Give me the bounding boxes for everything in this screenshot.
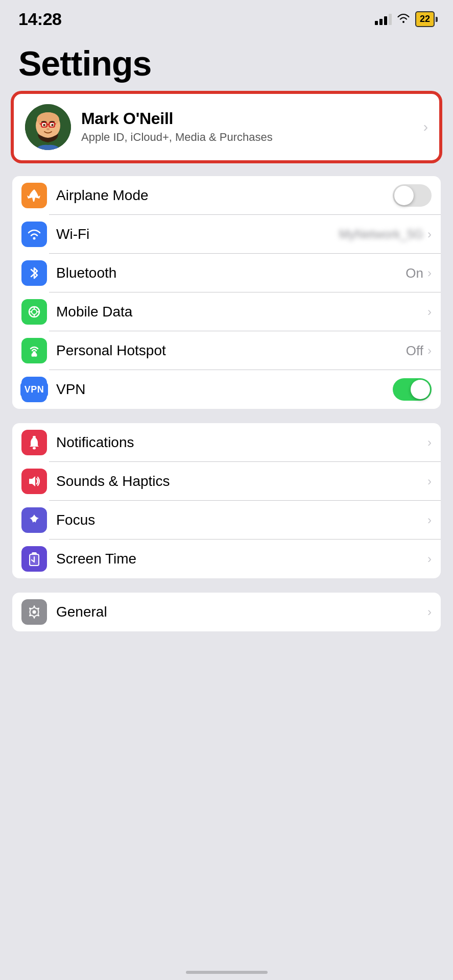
status-time: 14:28: [18, 9, 61, 29]
personal-hotspot-icon: [21, 338, 47, 363]
svg-point-15: [32, 309, 37, 314]
general-chevron: ›: [427, 605, 432, 619]
sounds-haptics-label: Sounds & Haptics: [47, 473, 427, 489]
svg-point-6: [51, 124, 53, 126]
airplane-mode-label: Airplane Mode: [47, 187, 393, 204]
screen-time-icon: [21, 546, 47, 572]
wifi-row-icon: [21, 222, 47, 247]
page-title: Settings: [18, 43, 435, 83]
mobile-data-label: Mobile Data: [47, 304, 427, 320]
svg-rect-21: [33, 436, 36, 438]
bluetooth-icon: [21, 260, 47, 286]
battery-level: 22: [420, 14, 430, 24]
svg-point-5: [43, 124, 45, 126]
system-settings-group: Notifications › Sounds & Haptics › Focus…: [12, 423, 441, 578]
status-bar: 14:28 22: [0, 0, 453, 33]
general-row[interactable]: General ›: [12, 593, 441, 631]
notifications-label: Notifications: [47, 434, 427, 451]
signal-icon: [375, 14, 392, 25]
sounds-haptics-icon: [21, 469, 47, 494]
vpn-label: VPN: [47, 381, 393, 398]
focus-chevron: ›: [427, 513, 432, 527]
page-title-section: Settings: [0, 33, 453, 92]
svg-marker-23: [29, 476, 35, 486]
svg-point-13: [33, 237, 36, 240]
svg-point-22: [33, 447, 36, 450]
wifi-chevron: ›: [427, 227, 432, 241]
bluetooth-row[interactable]: Bluetooth On ›: [12, 254, 441, 292]
wifi-row[interactable]: Wi-Fi MyNetwork_5G ›: [12, 215, 441, 254]
focus-icon: [21, 507, 47, 533]
airplane-mode-toggle[interactable]: [393, 184, 432, 207]
mobile-data-chevron: ›: [427, 305, 432, 319]
personal-hotspot-value: Off: [406, 343, 423, 359]
network-settings-group: Airplane Mode Wi-Fi MyNetwork_5G › Bluet…: [12, 176, 441, 409]
airplane-mode-row[interactable]: Airplane Mode: [12, 176, 441, 215]
mobile-data-icon: [21, 299, 47, 325]
screen-time-chevron: ›: [427, 552, 432, 566]
vpn-knob: [411, 380, 430, 399]
personal-hotspot-row[interactable]: Personal Hotspot Off ›: [12, 331, 441, 370]
general-settings-group: General ›: [12, 593, 441, 631]
vpn-label-box: VPN: [20, 382, 49, 397]
screen-time-row[interactable]: Screen Time ›: [12, 540, 441, 578]
general-icon: [21, 599, 47, 625]
bluetooth-chevron: ›: [427, 266, 432, 280]
profile-info: Mark O'Neill Apple ID, iCloud+, Media & …: [71, 109, 418, 145]
airplane-mode-knob: [394, 186, 414, 205]
avatar: [25, 104, 71, 150]
vpn-toggle[interactable]: [393, 378, 432, 401]
general-label: General: [47, 604, 427, 620]
mobile-data-row[interactable]: Mobile Data ›: [12, 292, 441, 331]
personal-hotspot-label: Personal Hotspot: [47, 342, 406, 359]
avatar-image: [25, 104, 71, 150]
bluetooth-value: On: [406, 265, 423, 281]
svg-point-12: [46, 128, 50, 130]
focus-label: Focus: [47, 512, 427, 528]
status-icons: 22: [375, 11, 435, 27]
vpn-row[interactable]: VPN VPN: [12, 370, 441, 409]
profile-subtitle: Apple ID, iCloud+, Media & Purchases: [81, 130, 418, 145]
profile-card[interactable]: Mark O'Neill Apple ID, iCloud+, Media & …: [12, 92, 441, 162]
wifi-label: Wi-Fi: [47, 226, 339, 242]
profile-chevron: ›: [423, 119, 428, 135]
profile-name: Mark O'Neill: [81, 109, 418, 128]
notifications-icon: [21, 430, 47, 455]
bluetooth-label: Bluetooth: [47, 265, 406, 281]
airplane-mode-icon: [21, 183, 47, 208]
sounds-haptics-chevron: ›: [427, 474, 432, 488]
battery-icon: 22: [415, 11, 435, 27]
notifications-chevron: ›: [427, 435, 432, 450]
bottom-spacer: [0, 646, 453, 676]
wifi-value: MyNetwork_5G: [339, 227, 423, 241]
vpn-icon: VPN: [21, 377, 47, 402]
personal-hotspot-chevron: ›: [427, 344, 432, 358]
focus-row[interactable]: Focus ›: [12, 501, 441, 540]
profile-card-wrapper: Mark O'Neill Apple ID, iCloud+, Media & …: [0, 92, 453, 176]
sounds-haptics-row[interactable]: Sounds & Haptics ›: [12, 462, 441, 501]
wifi-status-icon: [397, 13, 410, 26]
svg-point-29: [33, 610, 36, 614]
home-indicator: [186, 971, 268, 974]
screen-time-label: Screen Time: [47, 551, 427, 567]
notifications-row[interactable]: Notifications ›: [12, 423, 441, 462]
